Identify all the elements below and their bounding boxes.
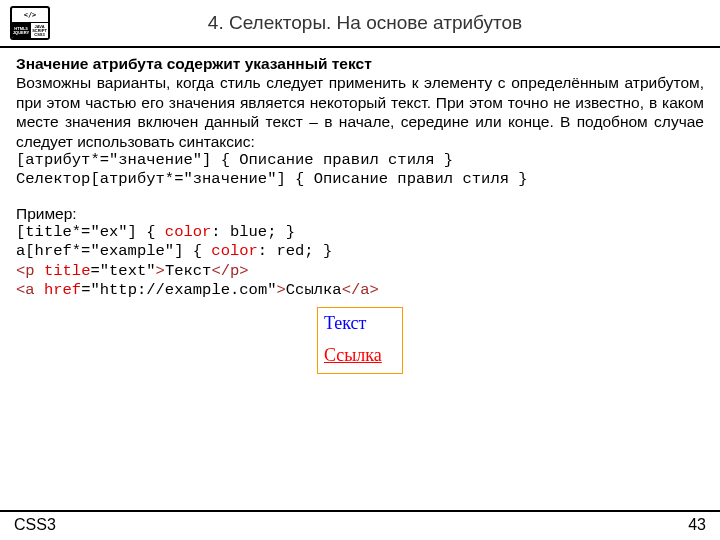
example-html-2: <a href="http://example.com">Ссылка</a> bbox=[16, 281, 704, 300]
attr-name: title bbox=[44, 262, 91, 280]
paragraph: Возможны варианты, когда стиль следует п… bbox=[16, 73, 704, 151]
result-link: Ссылка bbox=[324, 344, 396, 367]
example-html-1: <p title="text">Текст</p> bbox=[16, 262, 704, 281]
tag-name: a bbox=[25, 281, 34, 299]
result-preview: Текст Ссылка bbox=[317, 307, 403, 374]
slide-content: Значение атрибута содержит указанный тек… bbox=[0, 48, 720, 374]
slide-footer: CSS3 43 bbox=[0, 510, 720, 534]
tag-name: p bbox=[25, 262, 34, 280]
logo-bl: HTML5 JQUERY bbox=[12, 23, 30, 38]
logo-top: </> bbox=[12, 8, 48, 23]
footer-left: CSS3 bbox=[14, 516, 56, 534]
slide-title: 4. Селекторы. На основе атрибутов bbox=[50, 12, 710, 34]
example-css-2: a[href*="example"] { color: red; } bbox=[16, 242, 704, 261]
syntax-line-2: Селектор[атрибут*="значение"] { Описание… bbox=[16, 170, 704, 189]
page-number: 43 bbox=[688, 516, 706, 534]
result-text: Текст bbox=[324, 312, 396, 335]
css-prop: color bbox=[165, 223, 212, 241]
css-prop: color bbox=[211, 242, 258, 260]
example-label: Пример: bbox=[16, 204, 704, 223]
logo-icon: </> HTML5 JQUERY JAVA SCRIPT CSS3 bbox=[10, 6, 50, 40]
logo-br: JAVA SCRIPT CSS3 bbox=[30, 23, 48, 38]
slide-header: </> HTML5 JQUERY JAVA SCRIPT CSS3 4. Сел… bbox=[0, 0, 720, 44]
example-css-1: [title*="ex"] { color: blue; } bbox=[16, 223, 704, 242]
subheading: Значение атрибута содержит указанный тек… bbox=[16, 54, 704, 73]
attr-name: href bbox=[44, 281, 81, 299]
syntax-line-1: [атрибут*="значение"] { Описание правил … bbox=[16, 151, 704, 170]
divider-bottom bbox=[0, 510, 720, 512]
